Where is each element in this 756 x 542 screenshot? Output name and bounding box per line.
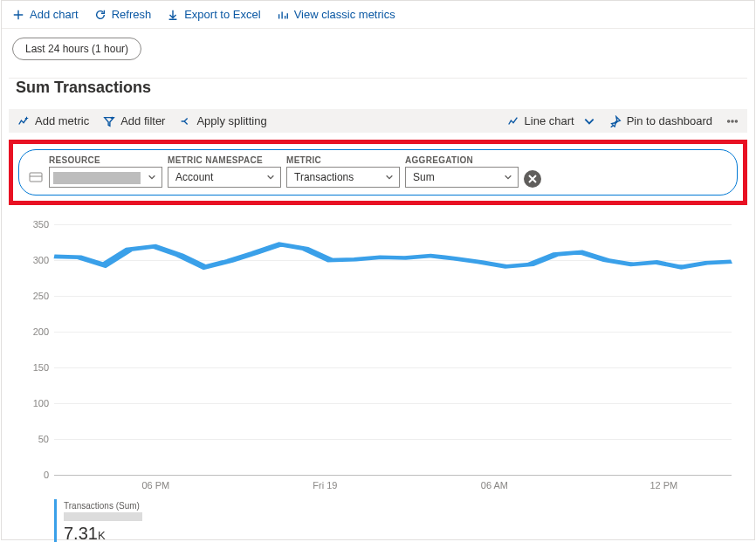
- more-horizontal-icon: [726, 115, 739, 127]
- chevron-down-icon: [385, 173, 394, 182]
- y-tick-label: 50: [23, 434, 49, 444]
- resource-label: RESOURCE: [49, 155, 162, 165]
- apply-splitting-button[interactable]: Apply splitting: [179, 114, 266, 127]
- y-tick-label: 200: [23, 326, 49, 337]
- refresh-icon: [94, 9, 107, 21]
- aggregation-dropdown[interactable]: Sum: [405, 167, 519, 188]
- line-chart-icon: [507, 115, 519, 127]
- add-metric-button[interactable]: Add metric: [17, 114, 89, 127]
- chevron-down-icon: [148, 173, 156, 182]
- refresh-label: Refresh: [112, 8, 152, 21]
- x-tick-label: 06 PM: [141, 480, 169, 491]
- svg-point-1: [732, 120, 733, 121]
- pin-icon: [609, 115, 622, 127]
- chevron-down-icon: [504, 173, 512, 182]
- svg-point-0: [728, 120, 730, 121]
- summary-value: 7.31K: [64, 524, 142, 542]
- chevron-down-icon: [583, 115, 595, 127]
- svg-rect-3: [30, 173, 42, 182]
- top-command-bar: Add chart Refresh Export to Excel View c…: [2, 1, 754, 29]
- summary-label: Transactions (Sum): [64, 501, 142, 511]
- aggregation-value: Sum: [413, 171, 435, 183]
- chart-title: Sum Transactions: [2, 79, 754, 106]
- metric-summary-card: Transactions (Sum) 7.31K: [54, 499, 149, 542]
- svg-point-2: [735, 120, 737, 121]
- filter-icon: [103, 115, 115, 127]
- x-tick-label: 06 AM: [481, 480, 508, 491]
- chevron-down-icon: [266, 173, 275, 182]
- add-chart-button[interactable]: Add chart: [12, 8, 79, 21]
- y-tick-label: 250: [23, 291, 49, 301]
- namespace-value: Account: [175, 171, 213, 183]
- y-tick-label: 0: [23, 470, 49, 480]
- resource-dropdown[interactable]: [49, 167, 162, 188]
- add-filter-label: Add filter: [120, 114, 165, 127]
- apply-splitting-label: Apply splitting: [196, 114, 266, 127]
- scope-icon: [28, 169, 44, 188]
- export-excel-button[interactable]: Export to Excel: [167, 8, 260, 21]
- time-range-pill[interactable]: Last 24 hours (1 hour): [12, 38, 141, 60]
- metric-value: Transactions: [294, 171, 354, 183]
- x-tick-label: 12 PM: [649, 480, 677, 491]
- y-tick-label: 150: [23, 362, 49, 373]
- pin-dashboard-button[interactable]: Pin to dashboard: [609, 114, 712, 127]
- classic-label: View classic metrics: [294, 8, 395, 21]
- y-tick-label: 300: [23, 255, 49, 265]
- refresh-button[interactable]: Refresh: [94, 8, 152, 21]
- namespace-dropdown[interactable]: Account: [168, 167, 281, 188]
- y-tick-label: 100: [23, 398, 49, 408]
- more-button[interactable]: [726, 115, 739, 127]
- add-chart-label: Add chart: [30, 8, 79, 21]
- chart-type-label: Line chart: [525, 114, 574, 127]
- metric-label: METRIC: [286, 155, 400, 165]
- time-range-bar: Last 24 hours (1 hour): [2, 29, 754, 78]
- plus-icon: [12, 9, 24, 21]
- metric-dropdown[interactable]: Transactions: [286, 167, 400, 188]
- export-label: Export to Excel: [184, 8, 260, 21]
- summary-resource-redacted: [64, 512, 142, 521]
- chart-series: [54, 224, 732, 475]
- metric-selector-pill: RESOURCE METRIC NAMESPACE Account METRIC…: [18, 149, 738, 196]
- chart-toolbar: Add metric Add filter Apply splitting Li…: [9, 109, 747, 133]
- chart-type-dropdown[interactable]: Line chart: [507, 114, 595, 127]
- add-filter-button[interactable]: Add filter: [103, 114, 165, 127]
- metric-icon: [17, 115, 30, 127]
- add-metric-label: Add metric: [35, 114, 89, 127]
- close-icon: [528, 175, 537, 183]
- view-classic-metrics-button[interactable]: View classic metrics: [277, 8, 395, 21]
- pin-label: Pin to dashboard: [627, 114, 712, 127]
- metric-selector-highlight: RESOURCE METRIC NAMESPACE Account METRIC…: [9, 140, 747, 205]
- bar-chart-icon: [277, 9, 289, 21]
- y-tick-label: 350: [23, 219, 49, 230]
- aggregation-label: AGGREGATION: [405, 155, 519, 165]
- split-icon: [179, 115, 191, 127]
- namespace-label: METRIC NAMESPACE: [168, 155, 281, 165]
- remove-metric-button[interactable]: [524, 170, 541, 188]
- x-tick-label: Fri 19: [313, 480, 337, 491]
- line-chart: 050100150200250300350 06 PMFri 1906 AM12…: [23, 224, 737, 491]
- download-icon: [167, 9, 179, 21]
